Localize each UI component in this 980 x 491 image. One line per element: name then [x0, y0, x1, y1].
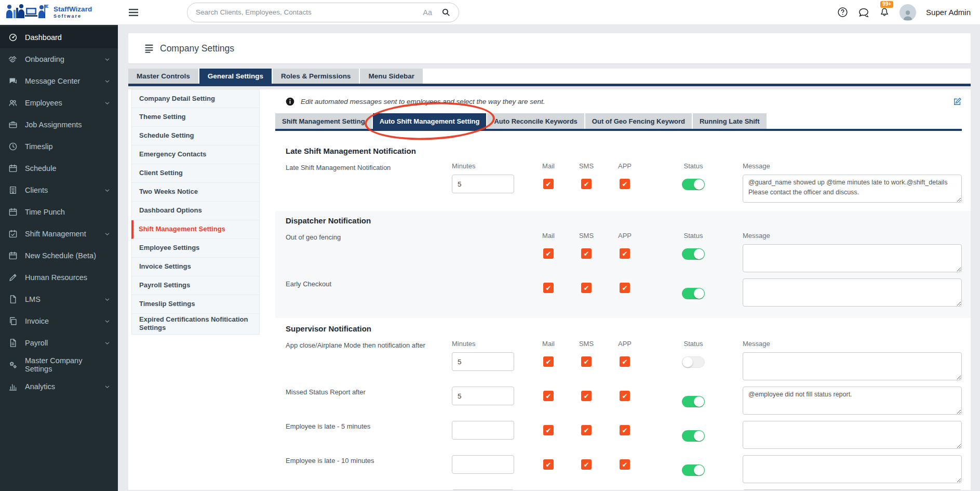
minutes-input[interactable]	[452, 489, 514, 490]
subtab-auto-reconcile-keywords[interactable]: Auto Reconcile Keywords	[487, 113, 584, 129]
sidebar-item-timeslip[interactable]: Timeslip	[0, 136, 118, 157]
sidebar-item-time-punch[interactable]: Time Punch	[0, 201, 118, 223]
message-textarea[interactable]	[743, 175, 962, 203]
hamburger-menu-icon[interactable]	[129, 8, 138, 17]
mail-checkbox[interactable]: ✔	[543, 391, 554, 401]
app-checkbox[interactable]: ✔	[620, 283, 630, 293]
top-navbar: StaffWizard Software Aa 99+ Super Admin	[0, 0, 980, 25]
settings-menu-item-company-detail-setting[interactable]: Company Detail Setting	[131, 89, 260, 108]
toggle-knob	[694, 249, 704, 259]
settings-menu-item-payroll-settings[interactable]: Payroll Settings	[131, 276, 260, 295]
search-input[interactable]	[196, 8, 423, 16]
edit-icon[interactable]	[953, 97, 962, 106]
minutes-cell	[452, 352, 530, 371]
mail-checkbox[interactable]: ✔	[543, 179, 554, 189]
sidebar-item-dashboard[interactable]: Dashboard	[0, 26, 118, 48]
aa-label[interactable]: Aa	[423, 8, 432, 17]
sidebar-item-label: LMS	[25, 295, 41, 303]
sidebar-item-master-company-settings[interactable]: Master Company Settings	[0, 354, 118, 376]
sms-checkbox[interactable]: ✔	[581, 283, 592, 293]
avatar[interactable]	[900, 4, 916, 21]
sms-checkbox[interactable]: ✔	[581, 356, 592, 367]
app-checkbox[interactable]: ✔	[620, 425, 630, 435]
tab-roles-permissions[interactable]: Roles & Permissions	[273, 69, 359, 84]
notifications[interactable]: 99+	[879, 7, 890, 18]
settings-menu-item-employee-settings[interactable]: Employee Settings	[131, 239, 260, 258]
sidebar-item-human-resources[interactable]: Human Resources	[0, 267, 118, 288]
status-toggle[interactable]	[682, 179, 705, 190]
status-toggle[interactable]	[682, 356, 705, 368]
settings-menu-item-expired-certifications-nofitication-settings[interactable]: Expired Certifications Nofitication Sett…	[131, 314, 260, 335]
sidebar-item-onboarding[interactable]: Onboarding	[0, 48, 118, 70]
settings-menu-item-invoice-settings[interactable]: Invoice Settings	[131, 258, 260, 276]
settings-menu-item-shift-management-settings[interactable]: Shift Management Settings	[131, 220, 260, 239]
settings-menu-item-emergency-contacts[interactable]: Emergency Contacts	[131, 145, 260, 164]
section-heading: Supervisor Notification	[286, 324, 962, 333]
mail-checkbox[interactable]: ✔	[543, 248, 554, 259]
subtab-auto-shift-management-setting[interactable]: Auto Shift Management Setting	[373, 113, 487, 129]
message-textarea[interactable]	[743, 455, 962, 483]
mail-checkbox[interactable]: ✔	[543, 356, 554, 367]
app-checkbox[interactable]: ✔	[620, 179, 630, 189]
subtab-shift-management-setting[interactable]: Shift Management Setting	[275, 113, 372, 129]
help-icon[interactable]	[837, 7, 848, 18]
sidebar-item-job-assignments[interactable]: Job Assignments	[0, 114, 118, 136]
settings-menu-item-schedule-setting[interactable]: Schedule Setting	[131, 127, 260, 145]
settings-menu-item-dashboard-options[interactable]: Dashboard Options	[131, 202, 260, 220]
chevron-down-icon	[104, 231, 111, 237]
sms-checkbox[interactable]: ✔	[581, 248, 592, 259]
sms-checkbox[interactable]: ✔	[581, 179, 592, 189]
settings-menu-item-two-weeks-notice[interactable]: Two Weeks Notice	[131, 183, 260, 202]
sidebar-item-shift-management[interactable]: Shift Management	[0, 223, 118, 245]
message-textarea[interactable]	[743, 278, 962, 307]
sidebar-item-message-center[interactable]: Message Center	[0, 70, 118, 92]
status-toggle[interactable]	[682, 288, 705, 299]
sidebar-item-analytics[interactable]: Analytics	[0, 376, 118, 397]
message-textarea[interactable]	[743, 489, 962, 490]
status-toggle[interactable]	[682, 248, 705, 260]
messages-icon[interactable]	[858, 7, 869, 18]
settings-menu-item-client-setting[interactable]: Client Setting	[131, 164, 260, 183]
gears-icon	[8, 360, 19, 369]
settings-menu-item-timeslip-settings[interactable]: Timeslip Settings	[131, 295, 260, 314]
mail-checkbox[interactable]: ✔	[543, 425, 554, 435]
sms-checkbox[interactable]: ✔	[581, 459, 592, 470]
status-toggle[interactable]	[682, 396, 705, 407]
app-checkbox[interactable]: ✔	[620, 248, 630, 259]
user-name[interactable]: Super Admin	[926, 8, 971, 17]
sidebar-item-lms[interactable]: LMS	[0, 288, 118, 310]
sms-checkbox[interactable]: ✔	[581, 425, 592, 435]
sidebar-item-invoice[interactable]: Invoice	[0, 310, 118, 332]
message-textarea[interactable]	[743, 387, 962, 415]
minutes-input[interactable]	[452, 421, 514, 440]
chart-icon	[8, 382, 19, 391]
minutes-input[interactable]	[452, 175, 514, 193]
app-checkbox[interactable]: ✔	[620, 391, 630, 401]
subtab-running-late-shift[interactable]: Running Late Shift	[693, 113, 767, 129]
subtab-out-of-geo-fencing-keyword[interactable]: Out of Geo Fencing Keyword	[585, 113, 692, 129]
search-icon[interactable]	[441, 8, 450, 17]
tab-general-settings[interactable]: General Settings	[199, 69, 272, 84]
app-checkbox[interactable]: ✔	[620, 356, 630, 367]
tab-menu-sidebar[interactable]: Menu Sidebar	[360, 69, 423, 84]
settings-menu-item-theme-setting[interactable]: Theme Setting	[131, 108, 260, 127]
message-textarea[interactable]	[743, 421, 962, 449]
minutes-input[interactable]	[452, 455, 514, 474]
minutes-input[interactable]	[452, 387, 514, 405]
sidebar-item-new-schedule-beta[interactable]: New Schedule (Beta)	[0, 245, 118, 267]
sidebar-item-payroll[interactable]: Payroll	[0, 332, 118, 354]
mail-checkbox[interactable]: ✔	[543, 283, 554, 293]
tab-master-controls[interactable]: Master Controls	[128, 69, 198, 84]
app-checkbox[interactable]: ✔	[620, 459, 630, 470]
sidebar-item-clients[interactable]: Clients	[0, 179, 118, 201]
sidebar-item-schedule[interactable]: Schedule	[0, 157, 118, 179]
message-textarea[interactable]	[743, 244, 962, 272]
sms-checkbox[interactable]: ✔	[581, 391, 592, 401]
sidebar-item-employees[interactable]: Employees	[0, 92, 118, 114]
mail-checkbox[interactable]: ✔	[543, 459, 554, 470]
minutes-input[interactable]	[452, 352, 514, 371]
status-toggle[interactable]	[682, 465, 705, 476]
staffwizard-logo[interactable]: StaffWizard Software	[0, 3, 120, 22]
status-toggle[interactable]	[682, 430, 705, 442]
message-textarea[interactable]	[743, 352, 962, 380]
